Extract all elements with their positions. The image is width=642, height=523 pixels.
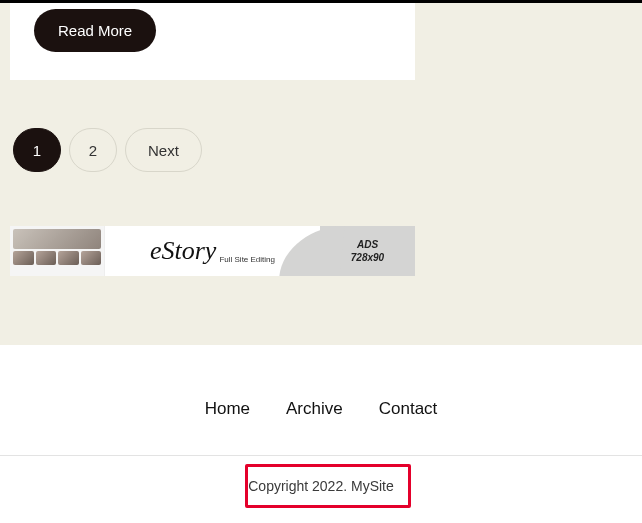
footer-link-contact[interactable]: Contact xyxy=(379,399,438,419)
page-1-button[interactable]: 1 xyxy=(13,128,61,172)
ad-label-line2: 728x90 xyxy=(351,251,384,264)
footer: Home Archive Contact Copyright 2022. MyS… xyxy=(0,345,642,504)
pagination: 1 2 Next xyxy=(10,128,632,172)
ad-tagline: Full Site Editing xyxy=(219,255,275,276)
page-next-button[interactable]: Next xyxy=(125,128,202,172)
post-card: Read More xyxy=(10,3,415,80)
ad-thumbnail xyxy=(10,226,105,276)
footer-link-archive[interactable]: Archive xyxy=(286,399,343,419)
copyright-row: Copyright 2022. MySite xyxy=(0,456,642,504)
copyright-text: Copyright 2022. MySite xyxy=(248,478,394,494)
page-2-button[interactable]: 2 xyxy=(69,128,117,172)
ad-size-label: ADS 728x90 xyxy=(320,226,415,276)
read-more-button[interactable]: Read More xyxy=(34,9,156,52)
footer-link-home[interactable]: Home xyxy=(205,399,250,419)
main-content: Read More 1 2 Next eStory Full Site Edit… xyxy=(0,3,642,345)
ad-banner[interactable]: eStory Full Site Editing ADS 728x90 xyxy=(10,226,415,276)
ad-brand-name: eStory xyxy=(150,236,216,266)
footer-nav: Home Archive Contact xyxy=(0,399,642,455)
ad-label-line1: ADS xyxy=(357,238,378,251)
